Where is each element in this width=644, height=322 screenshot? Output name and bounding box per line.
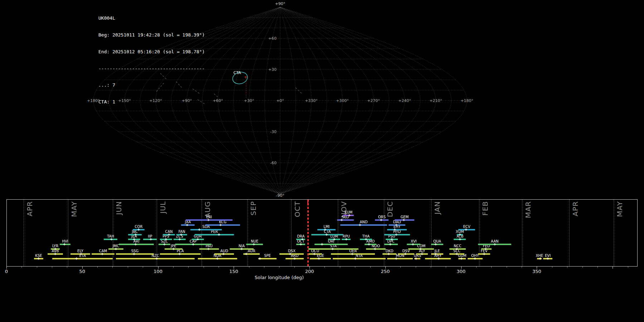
x-tick-minor — [370, 267, 371, 268]
shower-peak-marker: + — [222, 252, 225, 256]
shower-peak-marker: + — [63, 243, 66, 246]
month-label: JUL — [158, 201, 167, 214]
x-tick-minor — [67, 267, 67, 268]
shower-peak-marker: + — [484, 247, 487, 251]
shower-activity-bar — [340, 224, 387, 226]
shower-peak-marker: + — [110, 238, 113, 241]
shower-peak-marker: + — [474, 257, 477, 260]
x-tick-minor — [431, 267, 431, 268]
x-tick-label: 150 — [229, 269, 238, 274]
shower-peak-marker: + — [216, 257, 219, 260]
shower-peak-marker: + — [395, 257, 397, 260]
shower-peak-marker: + — [414, 257, 417, 260]
shower-peak-marker: + — [434, 252, 437, 256]
month-gridline — [201, 200, 202, 266]
x-axis-title: Solar longitude (deg) — [255, 275, 304, 280]
month-gridline — [614, 200, 614, 266]
shower-peak-marker: + — [404, 252, 407, 256]
shower-activity-bar — [310, 258, 331, 259]
meteor-trail — [296, 88, 302, 93]
meteor-trail — [214, 94, 219, 98]
shower-peak-marker: + — [245, 252, 248, 256]
shower-peak-marker: + — [198, 228, 201, 231]
month-label: MAY — [615, 201, 624, 217]
cta-label: CTA — [233, 70, 241, 75]
shower-code-label: SPE — [264, 254, 271, 258]
month-gridline — [24, 200, 24, 266]
x-tick-label: 350 — [532, 269, 541, 274]
shower-peak-marker: + — [351, 252, 354, 256]
shower-peak-marker: + — [437, 257, 440, 260]
shower-peak-marker: + — [395, 233, 397, 236]
shower-peak-marker: + — [458, 233, 461, 236]
x-tick-minor — [628, 267, 628, 268]
shower-peak-marker: + — [137, 228, 140, 231]
shower-peak-marker: + — [252, 243, 255, 246]
ecliptic-longitude-label: +270° — [367, 98, 380, 103]
sky-map: +90°-90°+180°+150°+120°+90°+60°+30°+0°+3… — [0, 0, 644, 199]
x-tick-minor — [567, 267, 567, 268]
meteor-observation-summary: +90°-90°+180°+150°+120°+90°+60°+30°+0°+3… — [0, 0, 644, 322]
shower-peak-marker: + — [133, 238, 136, 241]
begin-time-line: Beg: 20251011 19:42:28 (sol = 198.39°) — [98, 32, 205, 38]
shower-peak-marker: + — [333, 238, 336, 241]
shower-peak-marker: + — [358, 223, 361, 227]
shower-peak-marker: + — [54, 247, 57, 251]
month-label: MAR — [524, 201, 532, 218]
x-tick-minor — [52, 267, 52, 268]
shower-activity-bar — [431, 244, 443, 245]
shower-peak-marker: + — [258, 257, 261, 260]
shower-peak-marker: + — [458, 238, 461, 241]
shower-peak-marker: + — [321, 243, 323, 246]
shower-peak-marker: + — [37, 257, 40, 260]
shower-peak-marker: + — [374, 247, 376, 251]
ecliptic-longitude-label: +0° — [276, 98, 284, 103]
month-label: OCT — [293, 201, 302, 217]
month-label: JUN — [114, 201, 123, 215]
month-label: APR — [25, 201, 34, 216]
shower-peak-marker: + — [165, 238, 167, 241]
ecliptic-longitude-label: +300° — [336, 98, 349, 103]
shower-peak-marker: + — [389, 243, 391, 246]
shower-activity-bar — [205, 224, 240, 226]
shower-peak-marker: + — [240, 247, 243, 251]
shower-activity-bar — [317, 229, 336, 230]
shower-peak-marker: + — [411, 243, 414, 246]
x-tick-minor — [173, 267, 174, 268]
shower-peak-marker: + — [464, 228, 467, 231]
x-tick-minor — [204, 267, 204, 268]
x-tick-label: 0 — [5, 269, 8, 274]
x-tick-minor — [264, 267, 264, 268]
x-tick-minor — [219, 267, 219, 268]
shower-activity-bar — [314, 244, 348, 245]
shower-peak-marker: + — [172, 247, 175, 251]
shower-peak-marker: + — [393, 228, 396, 231]
shower-peak-marker: + — [539, 257, 542, 260]
x-tick-label: 100 — [153, 269, 162, 274]
shower-peak-marker: + — [455, 247, 458, 251]
month-label: SEP — [249, 201, 258, 215]
month-label: APR — [571, 201, 580, 216]
shower-peak-marker: + — [133, 252, 136, 256]
shower-peak-marker: + — [54, 252, 57, 256]
latitude-label: +60 — [268, 36, 277, 41]
shower-peak-marker: + — [323, 228, 326, 231]
sporadic-count-line: ...: 7 — [98, 82, 205, 88]
shower-activity-bar — [431, 253, 443, 255]
x-tick-minor — [294, 267, 295, 268]
shower-peak-marker: + — [313, 252, 316, 256]
shower-peak-marker: + — [434, 243, 437, 246]
x-tick-minor — [128, 267, 128, 268]
shower-peak-marker: + — [163, 243, 166, 246]
latitude-label: -60 — [270, 161, 277, 165]
shower-peak-marker: + — [101, 252, 104, 256]
month-gridline — [384, 200, 384, 266]
shower-peak-marker: + — [79, 252, 82, 256]
shower-peak-marker: + — [367, 243, 370, 246]
x-tick-minor — [188, 267, 189, 268]
shower-peak-marker: + — [402, 218, 405, 222]
shower-peak-marker: + — [218, 233, 220, 236]
shower-activity-bar — [387, 258, 413, 259]
shower-peak-marker: + — [207, 218, 210, 222]
shower-peak-marker: + — [75, 257, 78, 260]
